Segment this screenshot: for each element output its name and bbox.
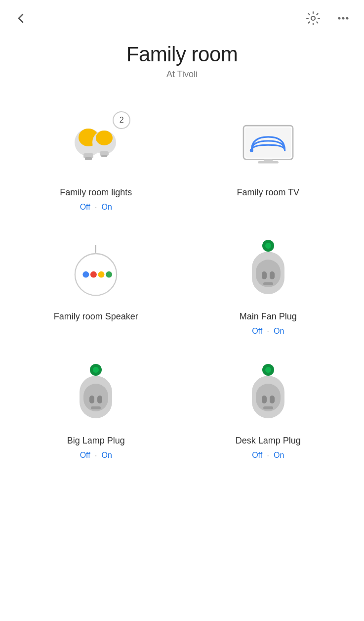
room-header: Family room At Tivoli — [0, 28, 364, 85]
device-card-desk-lamp-plug[interactable]: Desk Lamp Plug Off • On — [182, 348, 355, 472]
status-on-big-lamp-plug[interactable]: On — [102, 451, 112, 460]
svg-point-1 — [338, 17, 341, 20]
devices-grid: 2 Family room lights Off • On — [0, 85, 364, 482]
device-card-family-room-lights[interactable]: 2 Family room lights Off • On — [10, 99, 182, 223]
device-card-family-room-tv[interactable]: Family room TV — [182, 99, 355, 223]
back-button[interactable] — [12, 9, 30, 27]
status-dot-big-lamp-plug: • — [95, 453, 97, 458]
svg-point-3 — [346, 17, 349, 20]
device-card-main-fan-plug[interactable]: Main Fan Plug Off • On — [182, 223, 355, 348]
svg-rect-27 — [263, 282, 273, 285]
device-icon-wrap-tv — [234, 111, 303, 180]
svg-point-22 — [106, 271, 112, 278]
device-name-lights: Family room lights — [60, 187, 132, 198]
settings-button[interactable] — [304, 9, 323, 28]
device-card-family-room-speaker[interactable]: Family room Speaker — [10, 223, 182, 348]
svg-point-19 — [83, 271, 89, 278]
svg-point-21 — [98, 271, 105, 278]
svg-rect-25 — [262, 271, 267, 279]
tv-icon — [239, 121, 298, 171]
svg-rect-34 — [91, 406, 101, 409]
status-on-lights[interactable]: On — [102, 203, 112, 212]
svg-rect-32 — [89, 396, 94, 403]
svg-point-9 — [96, 131, 113, 145]
svg-point-20 — [90, 271, 97, 278]
back-icon — [14, 11, 28, 25]
plug-icon-desk — [241, 362, 295, 426]
room-subtitle: At Tivoli — [0, 69, 364, 80]
top-bar — [0, 0, 364, 28]
status-on-desk-lamp-plug[interactable]: On — [274, 451, 284, 460]
svg-point-29 — [265, 243, 271, 249]
svg-point-43 — [265, 367, 271, 373]
device-icon-wrap-speaker — [61, 235, 130, 305]
status-dot-desk-lamp-plug: • — [267, 453, 269, 458]
speaker-icon — [69, 243, 123, 297]
device-icon-wrap-big-lamp-plug — [61, 359, 130, 429]
status-off-main-fan-plug[interactable]: Off — [252, 327, 262, 336]
device-status-desk-lamp-plug: Off • On — [252, 451, 284, 460]
svg-rect-39 — [262, 396, 267, 403]
svg-point-36 — [93, 367, 99, 373]
status-dot-lights: • — [95, 205, 97, 210]
svg-rect-13 — [245, 128, 291, 158]
device-name-big-lamp-plug: Big Lamp Plug — [67, 436, 125, 446]
svg-point-2 — [342, 17, 345, 20]
status-off-desk-lamp-plug[interactable]: Off — [252, 451, 262, 460]
svg-rect-41 — [263, 406, 273, 409]
svg-point-14 — [249, 148, 253, 152]
svg-rect-7 — [85, 157, 92, 160]
plug-icon-main — [241, 238, 295, 302]
svg-rect-26 — [270, 271, 275, 279]
device-card-big-lamp-plug[interactable]: Big Lamp Plug Off • On — [10, 348, 182, 472]
room-title: Family room — [0, 43, 364, 66]
device-name-speaker: Family room Speaker — [54, 311, 138, 322]
device-icon-wrap-lights: 2 — [61, 111, 130, 180]
top-bar-actions — [304, 9, 352, 28]
gear-icon — [306, 11, 321, 26]
lights-count-badge: 2 — [113, 111, 130, 129]
svg-rect-33 — [97, 396, 102, 403]
svg-point-0 — [311, 16, 315, 20]
svg-rect-16 — [258, 161, 279, 164]
device-status-lights: Off • On — [80, 203, 112, 212]
device-status-main-fan-plug: Off • On — [252, 327, 284, 336]
device-name-tv: Family room TV — [237, 187, 299, 198]
plug-icon-big — [69, 362, 123, 426]
status-off-lights[interactable]: Off — [80, 203, 90, 212]
device-icon-wrap-main-fan-plug — [234, 235, 303, 305]
svg-rect-11 — [101, 155, 107, 157]
device-status-big-lamp-plug: Off • On — [80, 451, 112, 460]
status-on-main-fan-plug[interactable]: On — [274, 327, 284, 336]
device-icon-wrap-desk-lamp-plug — [234, 359, 303, 429]
device-name-main-fan-plug: Main Fan Plug — [240, 311, 297, 322]
device-name-desk-lamp-plug: Desk Lamp Plug — [236, 436, 301, 446]
more-icon — [336, 11, 350, 25]
svg-rect-40 — [270, 396, 275, 403]
more-options-button[interactable] — [334, 9, 352, 27]
status-off-big-lamp-plug[interactable]: Off — [80, 451, 90, 460]
status-dot-main-fan-plug: • — [267, 329, 269, 334]
